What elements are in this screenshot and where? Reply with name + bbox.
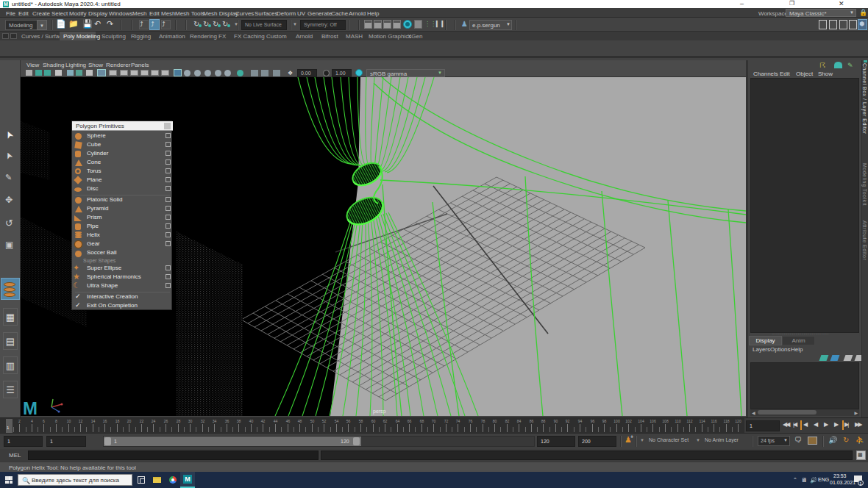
svg-text:persp: persp [373, 409, 386, 415]
svg-text:M: M [23, 398, 38, 416]
